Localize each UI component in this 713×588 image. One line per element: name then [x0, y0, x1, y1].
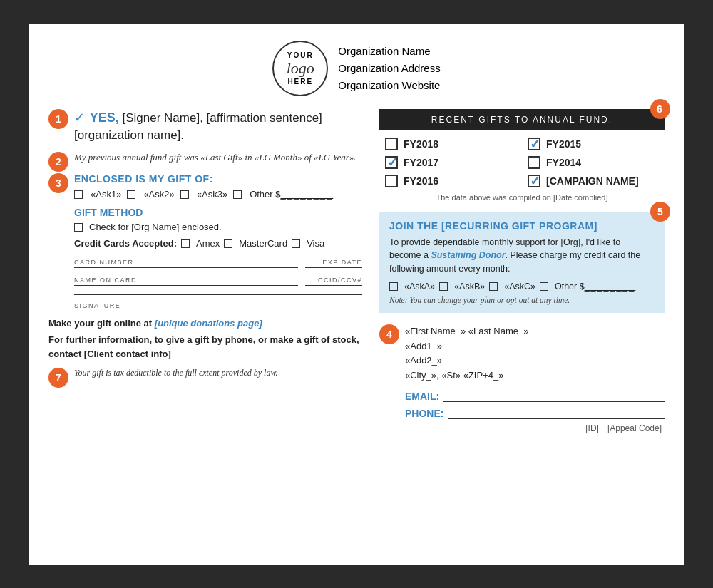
- logo-your: YOUR: [287, 51, 314, 59]
- ask2-checkbox[interactable]: [127, 190, 135, 199]
- fy2017-checkbox[interactable]: [385, 156, 398, 169]
- fy2014-checkbox[interactable]: [528, 156, 540, 169]
- add1: «Add1_»: [405, 339, 665, 354]
- gift-item-fy2018: FY2018: [385, 138, 516, 150]
- online-gift-link[interactable]: [unique donations page]: [155, 318, 262, 329]
- org-info: Organization Name Organization Address O…: [338, 43, 440, 94]
- name-on-card-row: NAME ON CARD CCID/CCV#: [74, 275, 362, 286]
- compiled-note: The data above was compiled on [Date com…: [379, 193, 665, 202]
- recent-gifts-container: RECENT GIFTS TO ANNUAL FUND: 6: [379, 109, 665, 130]
- askb-checkbox[interactable]: [439, 282, 448, 291]
- right-column: RECENT GIFTS TO ANNUAL FUND: 6 FY2018 FY…: [379, 109, 665, 433]
- fy2015-checkbox[interactable]: [528, 138, 540, 150]
- check-checkbox[interactable]: [74, 223, 83, 232]
- recurring-body: To provide dependable monthly support fo…: [389, 236, 655, 276]
- gifts-grid: FY2018 FY2015 FY2017 FY2014: [379, 138, 665, 187]
- gift-item-fy2017: FY2017: [385, 156, 516, 169]
- city-st-zip: «City_», «St» «ZIP+4_»: [405, 368, 665, 383]
- askb-label: «AskB»: [454, 282, 485, 292]
- section4-container: 4 «First Name_» «Last Name_» «Add1_» «Ad…: [379, 324, 665, 419]
- other-checkbox[interactable]: [233, 190, 242, 199]
- logo-logo: logo: [287, 59, 314, 78]
- fy2016-checkbox[interactable]: [385, 175, 398, 187]
- other-label: Other $________: [250, 189, 333, 200]
- footer-id: [ID]: [585, 423, 599, 433]
- gift-method-title: GIFT METHOD: [74, 207, 362, 218]
- yes-checkmark: ✓: [74, 110, 85, 125]
- phone-row: PHONE:: [405, 406, 665, 419]
- footer: [ID] [Appeal Code]: [379, 423, 665, 433]
- askc-label: «AskC»: [504, 282, 535, 292]
- recurring-other-checkbox[interactable]: [540, 282, 548, 291]
- badge-1: 1: [48, 109, 68, 129]
- amex-checkbox[interactable]: [181, 239, 190, 248]
- recent-gifts-title: RECENT GIFTS TO ANNUAL FUND:: [431, 115, 612, 125]
- askc-checkbox[interactable]: [489, 282, 498, 291]
- amex-label: Amex: [196, 238, 220, 249]
- credit-cards-label: Credit Cards Accepted:: [74, 238, 177, 249]
- section3-title: ENCLOSED IS MY GIFT OF:: [74, 173, 362, 185]
- aska-checkbox[interactable]: [389, 282, 398, 291]
- ccid-field: CCID/CCV#: [305, 275, 362, 286]
- ccid-label: CCID/CCV#: [305, 277, 362, 284]
- badge-7: 7: [48, 368, 68, 388]
- card-number-label: CARD NUMBER: [74, 259, 298, 266]
- exp-date-field: EXP DATE: [305, 257, 362, 268]
- mastercard-checkbox[interactable]: [224, 239, 232, 248]
- email-row: EMAIL:: [405, 389, 665, 402]
- online-gift-text: Make your gift online at: [48, 318, 155, 329]
- gift-item-campaign: [CAMPAIGN NAME]: [528, 175, 659, 187]
- campaign-checkbox[interactable]: [528, 175, 540, 187]
- name-on-card-label: NAME ON CARD: [74, 277, 298, 284]
- fy2014-label: FY2014: [546, 157, 581, 168]
- card-fields: CARD NUMBER EXP DATE NAME ON CARD CCID/C…: [74, 257, 362, 311]
- phone-field[interactable]: [448, 406, 665, 419]
- email-label: EMAIL:: [405, 391, 439, 402]
- badge-4: 4: [379, 324, 399, 344]
- badge-3: 3: [48, 173, 68, 193]
- yes-label: YES,: [90, 110, 119, 125]
- gift-item-fy2014: FY2014: [528, 156, 659, 169]
- credit-cards-line: Credit Cards Accepted: Amex MasterCard V…: [74, 238, 362, 249]
- badge-2: 2: [48, 152, 68, 172]
- section2-text: My previous annual fund gift was «Last G…: [74, 152, 362, 163]
- recurring-box: 5 JOIN THE [RECURRING GIFT PROGRAM] To p…: [379, 212, 665, 313]
- phone-label: PHONE:: [405, 408, 443, 419]
- footer-appeal-code: [Appeal Code]: [607, 423, 662, 433]
- ask-options: «Ask1» «Ask2» «Ask3» Other $________: [74, 189, 362, 200]
- signature-row: [74, 293, 362, 295]
- recurring-other-label: Other $________: [555, 282, 635, 292]
- ask1-checkbox[interactable]: [74, 190, 83, 199]
- sustaining-link[interactable]: Sustaining Donor: [431, 250, 505, 260]
- address-block: «First Name_» «Last Name_» «Add1_» «Add2…: [405, 324, 665, 383]
- section1-text: ✓ YES, [Signer Name], [affirmation sente…: [74, 109, 362, 144]
- ask3-label: «Ask3»: [197, 189, 227, 200]
- visa-checkbox[interactable]: [292, 239, 300, 248]
- online-gift: Make your gift online at [unique donatio…: [48, 318, 362, 329]
- section2: 2 My previous annual fund gift was «Last…: [48, 152, 362, 163]
- badge-6: 6: [650, 99, 670, 119]
- email-field[interactable]: [443, 389, 665, 402]
- fy2018-label: FY2018: [404, 138, 438, 150]
- fy2018-checkbox[interactable]: [385, 138, 398, 150]
- signature-label: SIGNATURE: [74, 302, 120, 309]
- main-content: 1 ✓ YES, [Signer Name], [affirmation sen…: [48, 109, 665, 433]
- header: YOUR logo HERE Organization Name Organiz…: [48, 41, 665, 96]
- fy2015-label: FY2015: [546, 138, 581, 150]
- phone-info: For further information, to give a gift …: [48, 333, 362, 361]
- ask1-label: «Ask1»: [91, 189, 121, 200]
- ask3-checkbox[interactable]: [180, 190, 189, 199]
- org-website: Organization Website: [338, 77, 440, 94]
- recurring-ask-options: «AskA» «AskB» «AskC» Other $________: [389, 282, 655, 292]
- gift-item-fy2015: FY2015: [528, 138, 659, 150]
- fy2017-label: FY2017: [404, 157, 438, 168]
- first-last: «First Name_» «Last Name_»: [405, 324, 665, 339]
- badge-5: 5: [650, 202, 670, 222]
- left-column: 1 ✓ YES, [Signer Name], [affirmation sen…: [48, 109, 362, 433]
- card-number-row: CARD NUMBER EXP DATE: [74, 257, 362, 268]
- section1: 1 ✓ YES, [Signer Name], [affirmation sen…: [48, 109, 362, 144]
- check-enclosed-line: Check for [Org Name] enclosed.: [74, 222, 362, 232]
- add2: «Add2_»: [405, 354, 665, 368]
- org-address: Organization Address: [338, 60, 440, 77]
- logo-here: HERE: [287, 78, 313, 86]
